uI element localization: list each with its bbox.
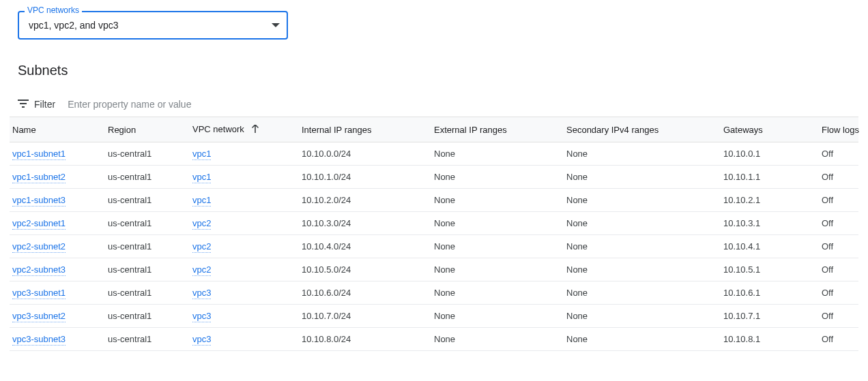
filter-label: Filter bbox=[34, 99, 55, 110]
cell-name: vpc2-subnet2 bbox=[10, 235, 104, 258]
cell-flow-logs: Off bbox=[818, 142, 858, 166]
cell-vpc-link[interactable]: vpc3 bbox=[192, 334, 211, 346]
cell-secondary-ip: None bbox=[562, 212, 719, 235]
cell-gateway: 10.10.2.1 bbox=[719, 189, 818, 212]
table-header-row: Name Region VPC network Internal IP rang… bbox=[10, 117, 858, 142]
svg-rect-2 bbox=[22, 106, 25, 108]
cell-vpc-link[interactable]: vpc3 bbox=[192, 288, 211, 299]
cell-name: vpc3-subnet3 bbox=[10, 328, 104, 351]
cell-flow-logs: Off bbox=[818, 258, 858, 281]
cell-name: vpc3-subnet1 bbox=[10, 281, 104, 305]
cell-secondary-ip: None bbox=[562, 235, 719, 258]
cell-vpc-link[interactable]: vpc2 bbox=[192, 218, 211, 230]
cell-secondary-ip: None bbox=[562, 166, 719, 189]
cell-region: us-central1 bbox=[104, 142, 188, 166]
cell-secondary-ip: None bbox=[562, 305, 719, 328]
col-header-flow-logs[interactable]: Flow logs bbox=[818, 117, 858, 142]
cell-flow-logs: Off bbox=[818, 281, 858, 305]
cell-vpc-link[interactable]: vpc2 bbox=[192, 241, 211, 253]
col-header-region[interactable]: Region bbox=[104, 117, 188, 142]
cell-vpc-link[interactable]: vpc1 bbox=[192, 172, 211, 183]
cell-name: vpc1-subnet1 bbox=[10, 142, 104, 166]
cell-internal-ip: 10.10.8.0/24 bbox=[298, 328, 430, 351]
cell-name-link[interactable]: vpc1-subnet1 bbox=[12, 149, 66, 160]
col-header-external-ip[interactable]: External IP ranges bbox=[430, 117, 562, 142]
cell-vpc-link[interactable]: vpc1 bbox=[192, 149, 211, 160]
svg-rect-1 bbox=[20, 103, 27, 104]
col-header-name[interactable]: Name bbox=[10, 117, 104, 142]
cell-secondary-ip: None bbox=[562, 189, 719, 212]
cell-name-link[interactable]: vpc3-subnet2 bbox=[12, 311, 66, 322]
cell-name: vpc2-subnet1 bbox=[10, 212, 104, 235]
cell-secondary-ip: None bbox=[562, 281, 719, 305]
cell-external-ip: None bbox=[430, 189, 562, 212]
vpc-networks-dropdown-value: vpc1, vpc2, and vpc3 bbox=[29, 20, 119, 31]
cell-external-ip: None bbox=[430, 328, 562, 351]
col-header-secondary-ip[interactable]: Secondary IPv4 ranges bbox=[562, 117, 719, 142]
cell-external-ip: None bbox=[430, 212, 562, 235]
cell-external-ip: None bbox=[430, 166, 562, 189]
cell-external-ip: None bbox=[430, 305, 562, 328]
cell-region: us-central1 bbox=[104, 166, 188, 189]
cell-flow-logs: Off bbox=[818, 328, 858, 351]
cell-secondary-ip: None bbox=[562, 258, 719, 281]
filter-input[interactable] bbox=[68, 96, 858, 112]
subnets-table: Name Region VPC network Internal IP rang… bbox=[10, 117, 858, 351]
sort-ascending-icon bbox=[251, 125, 259, 135]
filter-bar: Filter bbox=[10, 92, 858, 117]
cell-name-link[interactable]: vpc3-subnet3 bbox=[12, 334, 66, 346]
cell-vpc: vpc2 bbox=[188, 212, 298, 235]
cell-vpc: vpc1 bbox=[188, 142, 298, 166]
cell-name-link[interactable]: vpc1-subnet2 bbox=[12, 172, 66, 183]
cell-external-ip: None bbox=[430, 258, 562, 281]
cell-gateway: 10.10.4.1 bbox=[719, 235, 818, 258]
cell-internal-ip: 10.10.7.0/24 bbox=[298, 305, 430, 328]
table-row: vpc2-subnet3us-central1vpc210.10.5.0/24N… bbox=[10, 258, 858, 281]
cell-internal-ip: 10.10.0.0/24 bbox=[298, 142, 430, 166]
chevron-down-icon bbox=[272, 23, 280, 27]
cell-name-link[interactable]: vpc2-subnet2 bbox=[12, 241, 66, 253]
cell-flow-logs: Off bbox=[818, 212, 858, 235]
cell-gateway: 10.10.7.1 bbox=[719, 305, 818, 328]
cell-region: us-central1 bbox=[104, 189, 188, 212]
cell-secondary-ip: None bbox=[562, 142, 719, 166]
table-row: vpc1-subnet3us-central1vpc110.10.2.0/24N… bbox=[10, 189, 858, 212]
cell-vpc-link[interactable]: vpc3 bbox=[192, 311, 211, 322]
cell-name-link[interactable]: vpc2-subnet3 bbox=[12, 264, 66, 276]
subnets-section-title: Subnets bbox=[18, 63, 858, 78]
cell-name: vpc1-subnet3 bbox=[10, 189, 104, 212]
cell-flow-logs: Off bbox=[818, 189, 858, 212]
vpc-networks-dropdown[interactable]: VPC networks vpc1, vpc2, and vpc3 bbox=[18, 11, 288, 40]
cell-internal-ip: 10.10.1.0/24 bbox=[298, 166, 430, 189]
table-row: vpc2-subnet1us-central1vpc210.10.3.0/24N… bbox=[10, 212, 858, 235]
cell-flow-logs: Off bbox=[818, 166, 858, 189]
cell-name: vpc3-subnet2 bbox=[10, 305, 104, 328]
col-header-gateways[interactable]: Gateways bbox=[719, 117, 818, 142]
svg-rect-0 bbox=[18, 100, 29, 101]
cell-name-link[interactable]: vpc1-subnet3 bbox=[12, 195, 66, 207]
cell-internal-ip: 10.10.6.0/24 bbox=[298, 281, 430, 305]
cell-gateway: 10.10.6.1 bbox=[719, 281, 818, 305]
col-header-internal-ip[interactable]: Internal IP ranges bbox=[298, 117, 430, 142]
cell-external-ip: None bbox=[430, 235, 562, 258]
cell-external-ip: None bbox=[430, 142, 562, 166]
cell-internal-ip: 10.10.5.0/24 bbox=[298, 258, 430, 281]
col-header-vpc[interactable]: VPC network bbox=[188, 117, 298, 142]
cell-name: vpc1-subnet2 bbox=[10, 166, 104, 189]
cell-name-link[interactable]: vpc3-subnet1 bbox=[12, 288, 66, 299]
cell-secondary-ip: None bbox=[562, 328, 719, 351]
cell-vpc-link[interactable]: vpc1 bbox=[192, 195, 211, 207]
cell-vpc: vpc1 bbox=[188, 189, 298, 212]
filter-icon bbox=[18, 99, 29, 110]
cell-gateway: 10.10.3.1 bbox=[719, 212, 818, 235]
col-header-vpc-label: VPC network bbox=[192, 124, 244, 134]
cell-vpc: vpc2 bbox=[188, 258, 298, 281]
cell-gateway: 10.10.5.1 bbox=[719, 258, 818, 281]
cell-gateway: 10.10.0.1 bbox=[719, 142, 818, 166]
cell-name-link[interactable]: vpc2-subnet1 bbox=[12, 218, 66, 230]
cell-flow-logs: Off bbox=[818, 305, 858, 328]
table-row: vpc3-subnet1us-central1vpc310.10.6.0/24N… bbox=[10, 281, 858, 305]
table-row: vpc3-subnet2us-central1vpc310.10.7.0/24N… bbox=[10, 305, 858, 328]
cell-vpc-link[interactable]: vpc2 bbox=[192, 264, 211, 276]
cell-vpc: vpc3 bbox=[188, 281, 298, 305]
